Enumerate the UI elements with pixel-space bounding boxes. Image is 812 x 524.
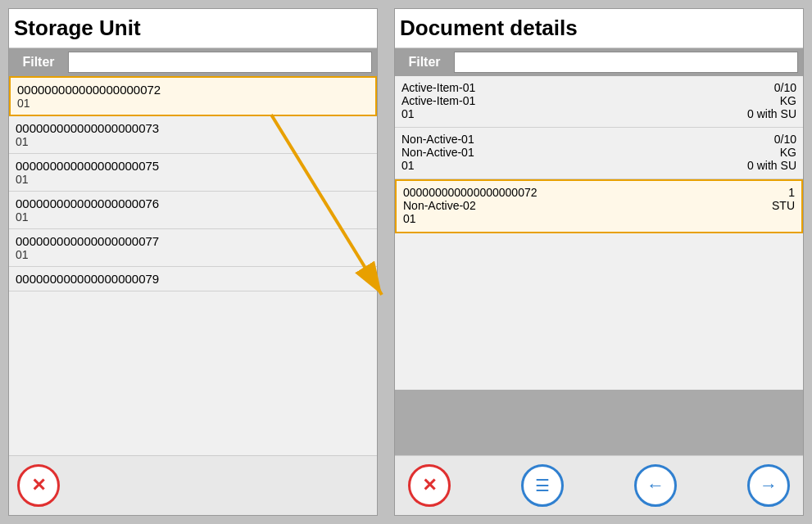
doc-item-sub: 01 xyxy=(401,159,415,172)
storage-item-sub: 01 xyxy=(16,210,370,224)
doc-list-item[interactable]: Active-Item-01 0/10 Active-Item-01 KG 01… xyxy=(395,76,803,128)
doc-item-unit: KG xyxy=(780,146,796,159)
document-details-panel: Document details Filter Active-Item-01 0… xyxy=(394,8,804,516)
storage-item-code: 000000000000000000076 xyxy=(16,196,370,210)
doc-item-unit: STU xyxy=(772,199,795,212)
doc-item-row2: Non-Active-01 KG xyxy=(401,146,796,159)
storage-item-code: 000000000000000000079 xyxy=(16,272,370,286)
storage-list-item[interactable]: 00000000000000000007701 xyxy=(9,229,377,267)
doc-item-value: 0/10 xyxy=(774,133,796,146)
storage-item-sub: 01 xyxy=(16,248,370,261)
doc-item-row2: Non-Active-02 STU xyxy=(403,199,795,212)
doc-item-name: Active-Item-01 xyxy=(401,94,475,107)
doc-item-name: Non-Active-02 xyxy=(403,199,476,212)
doc-item-row3: 01 xyxy=(403,212,795,225)
doc-item-code: 000000000000000000072 xyxy=(403,186,538,199)
doc-grey-area xyxy=(395,390,803,455)
doc-footer: ✕ ☰ ← → xyxy=(395,455,803,515)
storage-filter-label: Filter xyxy=(14,55,63,70)
doc-next-button[interactable]: → xyxy=(747,464,790,507)
storage-item-code: 000000000000000000075 xyxy=(16,159,370,173)
storage-filter-row: Filter xyxy=(9,48,377,76)
storage-list-item[interactable]: 00000000000000000007201 xyxy=(9,76,377,116)
doc-close-button[interactable]: ✕ xyxy=(408,464,451,507)
doc-item-unit: KG xyxy=(780,94,796,107)
storage-close-icon: ✕ xyxy=(31,475,46,496)
doc-item-sub-value: 0 with SU xyxy=(747,107,796,120)
doc-close-icon: ✕ xyxy=(422,475,437,496)
doc-list-icon: ☰ xyxy=(535,476,550,495)
storage-filter-input[interactable] xyxy=(68,52,372,73)
doc-back-button[interactable]: ← xyxy=(634,464,677,507)
storage-close-button[interactable]: ✕ xyxy=(17,464,60,507)
storage-item-sub: 01 xyxy=(16,135,370,148)
doc-filter-input[interactable] xyxy=(454,52,798,73)
storage-item-sub: 01 xyxy=(17,97,369,110)
doc-item-sub: 01 xyxy=(403,212,416,225)
app-container: Storage Unit Filter 00000000000000000007… xyxy=(0,0,812,524)
doc-item-row2: Active-Item-01 KG xyxy=(401,94,796,107)
storage-footer: ✕ xyxy=(9,455,377,515)
doc-item-row1: 000000000000000000072 1 xyxy=(403,186,795,199)
doc-next-icon: → xyxy=(760,475,778,496)
doc-item-name: Non-Active-01 xyxy=(401,146,474,159)
doc-filter-label: Filter xyxy=(400,55,449,70)
doc-item-code: Active-Item-01 xyxy=(401,81,475,94)
storage-list-item[interactable]: 000000000000000000079 xyxy=(9,267,377,291)
storage-item-code: 000000000000000000072 xyxy=(17,83,369,97)
doc-list-item[interactable]: 000000000000000000072 1 Non-Active-02 ST… xyxy=(395,179,803,233)
storage-list-item[interactable]: 00000000000000000007601 xyxy=(9,192,377,229)
doc-item-sub-value: 0 with SU xyxy=(747,159,796,172)
storage-list-area[interactable]: 0000000000000000000720100000000000000000… xyxy=(9,76,377,455)
storage-unit-panel: Storage Unit Filter 00000000000000000007… xyxy=(8,8,378,516)
storage-item-code: 000000000000000000077 xyxy=(16,234,370,248)
doc-back-icon: ← xyxy=(646,475,665,496)
document-details-title: Document details xyxy=(395,9,803,48)
doc-item-sub: 01 xyxy=(401,107,415,120)
doc-item-row1: Non-Active-01 0/10 xyxy=(401,133,796,146)
doc-item-code: Non-Active-01 xyxy=(401,133,474,146)
doc-item-row3: 01 0 with SU xyxy=(401,159,796,172)
storage-list-item[interactable]: 00000000000000000007501 xyxy=(9,154,377,192)
doc-filter-row: Filter xyxy=(395,48,803,76)
doc-list-button[interactable]: ☰ xyxy=(521,464,564,507)
doc-list-area[interactable]: Active-Item-01 0/10 Active-Item-01 KG 01… xyxy=(395,76,803,390)
storage-item-sub: 01 xyxy=(16,173,370,186)
doc-item-value: 0/10 xyxy=(774,81,796,94)
storage-list-item[interactable]: 00000000000000000007301 xyxy=(9,116,377,154)
doc-item-value: 1 xyxy=(788,186,795,199)
doc-item-row3: 01 0 with SU xyxy=(401,107,796,120)
doc-list-item[interactable]: Non-Active-01 0/10 Non-Active-01 KG 01 0… xyxy=(395,128,803,179)
storage-item-code: 000000000000000000073 xyxy=(16,121,370,135)
storage-unit-title: Storage Unit xyxy=(9,9,377,48)
doc-item-row1: Active-Item-01 0/10 xyxy=(401,81,796,94)
